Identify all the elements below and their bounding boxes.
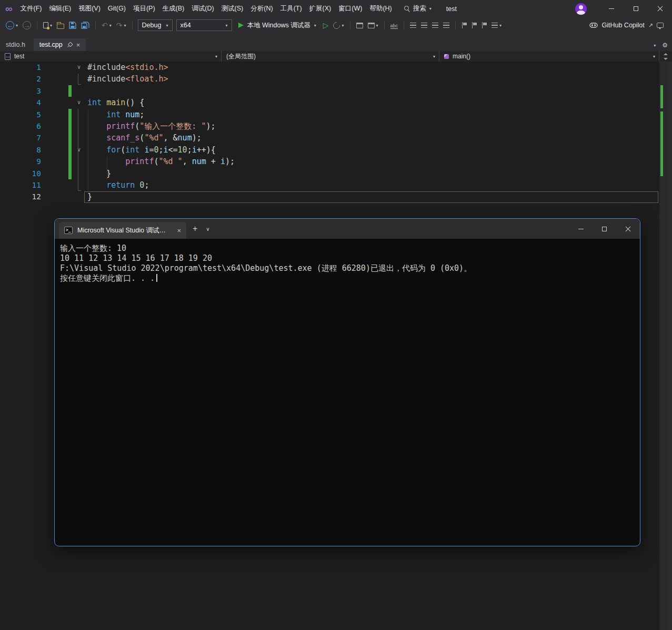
console-title-bar[interactable]: Microsoft Visual Studio 调试… × + ∨: [55, 219, 640, 239]
console-minimize-button[interactable]: [569, 219, 593, 239]
console-maximize-button[interactable]: [593, 219, 616, 239]
fold-chevron-icon[interactable]: ∨: [74, 97, 84, 108]
text-lines-icon: [421, 23, 427, 28]
account-avatar[interactable]: [575, 3, 587, 15]
toggle-bookmark-button[interactable]: [460, 19, 468, 32]
line-number[interactable]: 12: [0, 191, 43, 202]
github-copilot-button[interactable]: GitHub Copilot ↗: [589, 21, 664, 29]
code-line-5[interactable]: 5 int num;: [0, 109, 659, 120]
previous-bookmark-button[interactable]: [470, 19, 478, 32]
open-file-button[interactable]: [55, 19, 66, 32]
search-box[interactable]: 搜索 ▾: [404, 4, 432, 13]
menu-item[interactable]: 视图(V): [75, 0, 104, 17]
pin-icon[interactable]: [65, 41, 73, 49]
close-button[interactable]: [648, 0, 672, 17]
line-number[interactable]: 10: [0, 168, 43, 179]
code-line-11[interactable]: 11 return 0;: [0, 179, 659, 191]
line-number[interactable]: 4: [0, 97, 43, 108]
uncomment-button[interactable]: [442, 19, 451, 32]
close-tab-icon[interactable]: ×: [76, 42, 81, 48]
code-line-7[interactable]: 7 scanf_s("%d", &num);: [0, 132, 659, 144]
new-file-button[interactable]: ▾: [42, 19, 54, 32]
fold-chevron-icon[interactable]: ∨: [74, 144, 84, 156]
next-bookmark-button[interactable]: [480, 19, 488, 32]
menu-item[interactable]: 测试(S): [218, 0, 247, 17]
external-link-icon[interactable]: ↗: [648, 23, 653, 28]
menu-item[interactable]: 工具(T): [277, 0, 306, 17]
split-window-button[interactable]: [659, 51, 672, 62]
fold-chevron-icon[interactable]: ∨: [74, 62, 84, 73]
menu-item[interactable]: 编辑(E): [46, 0, 75, 17]
line-number[interactable]: 8: [0, 144, 43, 156]
code-line-10[interactable]: 10 }: [0, 168, 659, 179]
code-line-12[interactable]: 12}: [0, 191, 659, 202]
change-mark: [660, 85, 663, 108]
save-button[interactable]: [67, 19, 78, 32]
document-tab-stdio.h[interactable]: stdio.h: [0, 38, 31, 51]
project-dropdown[interactable]: test ▾: [0, 51, 222, 62]
menu-item[interactable]: 文件(F): [17, 0, 46, 17]
line-number[interactable]: 7: [0, 132, 43, 144]
debug-console-window[interactable]: Microsoft Visual Studio 调试… × + ∨ 输入一个整数…: [54, 218, 640, 546]
close-console-tab-icon[interactable]: ×: [177, 227, 181, 234]
menu-item[interactable]: 调试(D): [188, 0, 217, 17]
code-line-6[interactable]: 6 printf("输入一个整数: ");: [0, 120, 659, 132]
feedback-icon[interactable]: [657, 23, 664, 28]
line-number[interactable]: 2: [0, 73, 43, 85]
undo-button[interactable]: ↶▾: [100, 19, 113, 32]
comment-button[interactable]: [430, 19, 440, 32]
properties-window-button[interactable]: ▾: [366, 19, 380, 32]
gear-icon[interactable]: ⚙: [662, 42, 668, 48]
solution-platform-dropdown[interactable]: x64▾: [176, 19, 232, 31]
menu-item[interactable]: 帮助(H): [366, 0, 395, 17]
line-number[interactable]: 3: [0, 85, 43, 97]
start-without-debugging-button[interactable]: ▷: [322, 19, 330, 32]
new-tab-button[interactable]: +: [193, 224, 197, 233]
menu-item[interactable]: 分析(N): [247, 0, 276, 17]
start-debugging-button[interactable]: 本地 Windows 调试器 ▾: [235, 21, 320, 30]
outdent-button[interactable]: [419, 19, 429, 32]
line-number[interactable]: 1: [0, 62, 43, 73]
line-number[interactable]: 6: [0, 120, 43, 132]
member-dropdown[interactable]: main() ▾: [439, 51, 659, 62]
redo-button[interactable]: ↷▾: [115, 19, 128, 32]
minimize-button[interactable]: [599, 0, 624, 17]
save-all-button[interactable]: [79, 19, 91, 32]
editor-scrollbar[interactable]: [659, 62, 668, 630]
menu-item[interactable]: 项目(P): [129, 0, 159, 17]
line-number[interactable]: 9: [0, 156, 43, 167]
cpp-project-icon: [5, 53, 11, 60]
menu-item[interactable]: 生成(B): [159, 0, 188, 17]
navigate-forward-button[interactable]: →: [21, 19, 33, 32]
scope-dropdown[interactable]: (全局范围) ▾: [222, 51, 439, 62]
code-line-4[interactable]: 4∨int main() {: [0, 97, 659, 108]
whole-word-button[interactable]: [389, 19, 400, 32]
menu-item[interactable]: Git(G): [104, 0, 129, 17]
menu-item[interactable]: 扩展(X): [306, 0, 335, 17]
indent-button[interactable]: [408, 19, 418, 32]
task-list-button[interactable]: ▾: [490, 19, 503, 32]
redo-icon: ↷: [116, 22, 123, 29]
code-line-2[interactable]: 2#include<float.h>: [0, 73, 659, 85]
code-line-3[interactable]: 3: [0, 85, 659, 97]
navigate-back-button[interactable]: ←▾: [4, 19, 19, 32]
tab-dropdown-icon[interactable]: ∨: [206, 226, 209, 232]
line-number[interactable]: 5: [0, 109, 43, 120]
chevron-down-icon: ▾: [124, 23, 126, 28]
solution-configuration-dropdown[interactable]: Debug▾: [138, 19, 173, 31]
minimize-icon: [609, 8, 614, 9]
maximize-button[interactable]: [624, 0, 648, 17]
hot-reload-button[interactable]: ▾: [332, 19, 345, 32]
code-line-8[interactable]: 8∨ for(int i=0;i<=10;i++){: [0, 144, 659, 156]
solution-explorer-button[interactable]: [355, 19, 365, 32]
document-tab-test.cpp[interactable]: test.cpp×: [34, 38, 86, 51]
line-number[interactable]: 11: [0, 179, 43, 191]
tab-list-dropdown-icon[interactable]: ▾: [654, 43, 656, 48]
console-tab[interactable]: Microsoft Visual Studio 调试… ×: [59, 222, 186, 239]
code-line-9[interactable]: 9 printf("%d ", num + i);: [0, 156, 659, 167]
code-line-1[interactable]: 1∨#include<stdio.h>: [0, 62, 659, 73]
menu-item[interactable]: 窗口(W): [335, 0, 366, 17]
fold-margin: [74, 109, 84, 120]
console-close-button[interactable]: [616, 219, 640, 239]
separator: [350, 21, 350, 29]
